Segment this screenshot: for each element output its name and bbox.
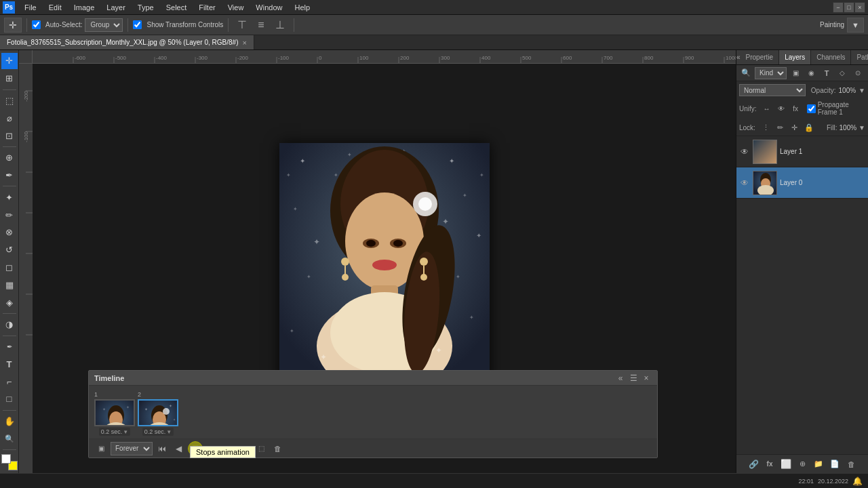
layer-item-1[interactable]: 👁 Layer 1: [736, 136, 868, 167]
auto-select-checkbox[interactable]: [32, 20, 41, 29]
properties-tab[interactable]: Propertie: [741, 50, 780, 64]
auto-select-dropdown[interactable]: Group: [85, 18, 123, 32]
shape-filter-button[interactable]: ◇: [835, 66, 849, 80]
menu-file[interactable]: File: [19, 2, 42, 13]
clone-stamp-tool[interactable]: ⊗: [1, 224, 18, 241]
canvas-image[interactable]: ✦ ✦ ✦ ✦ ✦ ✦ ✦ ✦ ✦ ✦ ✦ ✦: [279, 143, 490, 394]
rectangular-marquee-tool[interactable]: ⬚: [1, 93, 18, 109]
crop-tool[interactable]: ⊕: [1, 150, 18, 166]
svg-text:✦: ✦: [307, 274, 311, 280]
loop-select[interactable]: Forever Once 3 Times: [111, 442, 153, 455]
delete-layer-button[interactable]: 🗑: [844, 458, 858, 471]
next-frame-button[interactable]: ⏭: [222, 442, 235, 455]
pixel-filter-button[interactable]: ▣: [789, 66, 802, 80]
new-layer-button[interactable]: 📄: [828, 458, 842, 471]
new-group-button[interactable]: 📁: [812, 458, 825, 471]
path-selection-tool[interactable]: ⌐: [1, 373, 18, 390]
tween-button[interactable]: ~: [238, 442, 252, 455]
paths-tab[interactable]: Paths: [851, 50, 868, 64]
layer-item-0[interactable]: 👁 Layer 0: [736, 167, 868, 199]
link-layers-button[interactable]: 🔗: [747, 458, 760, 471]
show-transform-checkbox[interactable]: [133, 20, 142, 29]
timeline-header[interactable]: Timeline « ☰ ×: [89, 371, 657, 386]
pen-tool[interactable]: ✒: [1, 339, 18, 355]
lasso-tool[interactable]: ⌀: [1, 110, 18, 126]
align-top-button[interactable]: ⊤: [233, 18, 251, 33]
dodge-tool[interactable]: ◑: [1, 317, 18, 333]
first-frame-button[interactable]: ⏮: [155, 442, 169, 455]
layers-tab[interactable]: Layers: [779, 50, 811, 64]
propagate-area: Propagate Frame 1: [807, 101, 865, 116]
eraser-tool[interactable]: ◻: [1, 260, 18, 276]
align-middle-button[interactable]: ≡: [254, 18, 268, 33]
tab-close-button[interactable]: ×: [242, 39, 246, 47]
unify-position-button[interactable]: ↔: [761, 102, 772, 115]
menu-type[interactable]: Type: [132, 2, 159, 13]
prev-frame-button[interactable]: ◀: [172, 442, 185, 455]
layer-visibility-1[interactable]: 👁: [739, 146, 750, 157]
move-tool-button[interactable]: ✛: [4, 18, 22, 33]
adjustment-layer-button[interactable]: ⊕: [795, 458, 809, 471]
brush-tool[interactable]: ✏: [1, 207, 18, 223]
zoom-tool[interactable]: 🔍: [1, 431, 18, 447]
adjustment-filter-button[interactable]: ◉: [804, 66, 818, 80]
layer-mask-button[interactable]: ⬜: [779, 458, 793, 471]
lock-position-button[interactable]: ✛: [789, 121, 801, 134]
menu-edit[interactable]: Edit: [43, 2, 67, 13]
unify-visibility-button[interactable]: 👁: [775, 102, 787, 115]
timeline-collapse-button[interactable]: «: [615, 373, 626, 384]
layer-filter-dropdown[interactable]: Kind: [755, 67, 787, 79]
workspace-button[interactable]: ▼: [847, 18, 864, 33]
layer-effects-button[interactable]: fx: [763, 458, 776, 471]
menu-image[interactable]: Image: [68, 2, 100, 13]
opacity-arrow[interactable]: ▼: [859, 87, 865, 94]
channels-tab[interactable]: Channels: [811, 50, 851, 64]
menu-view[interactable]: View: [222, 2, 250, 13]
delete-frame-button[interactable]: 🗑: [271, 442, 284, 455]
propagate-checkbox[interactable]: [807, 104, 816, 113]
background-color-swatch[interactable]: [1, 454, 11, 464]
maximize-button[interactable]: □: [844, 2, 854, 13]
quick-select-tool[interactable]: ⊡: [1, 127, 18, 144]
align-bottom-button[interactable]: ⊥: [271, 18, 289, 33]
minimize-button[interactable]: −: [833, 2, 844, 13]
timeline-select-button[interactable]: ▣: [94, 442, 108, 455]
blur-tool[interactable]: ◈: [1, 294, 18, 310]
close-button[interactable]: ×: [854, 2, 865, 13]
text-tool[interactable]: T: [1, 356, 18, 372]
timeline-frame-2[interactable]: 2 ✦ ✦ ✦: [138, 391, 178, 436]
shape-tool[interactable]: □: [1, 391, 18, 407]
history-brush-tool[interactable]: ↺: [1, 242, 18, 258]
artboard-tool[interactable]: ⊞: [1, 70, 18, 87]
menu-help[interactable]: Help: [289, 2, 315, 13]
gradient-tool[interactable]: ▦: [1, 277, 18, 293]
lock-image-button[interactable]: ✏: [774, 121, 787, 134]
duplicate-frame-button[interactable]: ⬚: [254, 442, 268, 455]
play-button[interactable]: ▶: [205, 442, 219, 455]
eyedropper-tool[interactable]: ✒: [1, 167, 18, 184]
unify-style-button[interactable]: fx: [789, 102, 801, 115]
healing-brush-tool[interactable]: ✦: [1, 189, 18, 205]
lock-all-button[interactable]: 🔒: [803, 121, 815, 134]
menu-select[interactable]: Select: [161, 2, 193, 13]
menu-window[interactable]: Window: [250, 2, 288, 13]
timeline-frame-1[interactable]: 1 ✦ ✦: [94, 391, 135, 436]
document-tab[interactable]: Fotolia_83765515_Subscription_Monthly_XX…: [0, 35, 254, 49]
layer-visibility-0[interactable]: 👁: [739, 178, 750, 188]
frame-delay-2[interactable]: 0.2 sec. ▼: [142, 428, 174, 436]
menu-filter[interactable]: Filter: [193, 2, 220, 13]
type-filter-button[interactable]: T: [820, 66, 833, 80]
timeline-menu-button[interactable]: ☰: [628, 373, 639, 384]
frame-delay-1[interactable]: 0.2 sec. ▼: [99, 428, 130, 436]
fill-arrow[interactable]: ▼: [859, 124, 865, 131]
blend-mode-dropdown[interactable]: Normal: [739, 84, 806, 96]
menu-layer[interactable]: Layer: [101, 2, 131, 13]
hand-tool[interactable]: ✋: [1, 413, 18, 430]
notification-icon[interactable]: 🔔: [852, 476, 863, 486]
move-tool[interactable]: ✛: [1, 53, 18, 69]
lock-transparent-button[interactable]: ⋮: [760, 121, 772, 134]
svg-text:✦: ✦: [313, 237, 320, 247]
smart-filter-button[interactable]: ⊙: [851, 66, 865, 80]
stop-animation-button[interactable]: ⏹: [188, 441, 203, 456]
timeline-close-button[interactable]: ×: [641, 373, 652, 384]
